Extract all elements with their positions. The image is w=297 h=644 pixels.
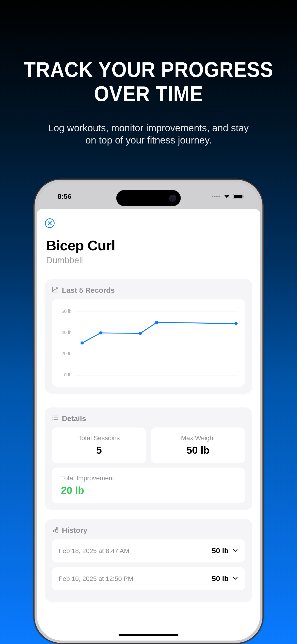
max-weight-stat: Max Weight 50 lb — [151, 428, 245, 463]
max-weight-label: Max Weight — [156, 434, 240, 442]
list-icon — [52, 414, 58, 423]
chevron-down-icon — [232, 575, 238, 582]
history-date: Feb 18, 2025 at 8:47 AM — [59, 547, 130, 555]
y-tick-0: 0 lb — [64, 372, 72, 378]
svg-point-11 — [52, 419, 54, 420]
chart-icon — [52, 286, 58, 294]
history-date: Feb 10, 2025 at 12:50 PM — [59, 575, 133, 582]
data-point — [99, 332, 102, 335]
chevron-down-icon — [232, 548, 238, 554]
close-button[interactable] — [45, 218, 54, 228]
cellular-dots-icon: •••• — [212, 194, 220, 200]
history-weight: 50 lb — [212, 574, 228, 583]
wifi-icon — [223, 194, 230, 199]
y-tick-40: 40 lb — [62, 330, 72, 335]
history-row[interactable]: Feb 18, 2025 at 8:47 AM 50 lb — [52, 539, 245, 562]
line-chart: 60 lb 40 lb 20 lb 0 lb — [52, 299, 245, 387]
y-tick-60: 60 lb — [62, 309, 72, 314]
svg-rect-1 — [234, 195, 242, 198]
total-sessions-label: Total Sessions — [56, 434, 142, 442]
history-weight: 50 lb — [212, 546, 228, 555]
phone-screen: 8:56 •••• Bicep Curl Dumbbell — [37, 182, 260, 640]
history-row[interactable]: Feb 10, 2025 at 12:50 PM 50 lb — [52, 567, 245, 590]
total-sessions-value: 5 — [56, 444, 142, 456]
details-card: Details Total Sessions 5 Max Weight 50 l… — [45, 408, 252, 510]
chart-series-line — [82, 322, 236, 343]
status-time: 8:56 — [50, 192, 71, 200]
front-camera — [169, 195, 176, 202]
details-title: Details — [62, 414, 86, 423]
records-card: Last 5 Records 60 lb 40 lb 20 lb 0 lb — [45, 279, 252, 394]
marketing-subheadline: Log workouts, monitor improvements, and … — [45, 122, 252, 146]
total-improvement-value: 20 lb — [61, 484, 240, 496]
records-title: Last 5 Records — [62, 286, 115, 294]
battery-icon — [233, 194, 244, 199]
exercise-title: Bicep Curl — [46, 237, 252, 254]
data-point — [234, 322, 238, 325]
phone-frame: 8:56 •••• Bicep Curl Dumbbell — [34, 178, 264, 644]
data-point — [80, 341, 84, 344]
svg-point-7 — [52, 416, 54, 416]
svg-point-9 — [52, 417, 54, 418]
history-card: History Feb 18, 2025 at 8:47 AM 50 lb Fe… — [45, 519, 252, 602]
total-improvement-stat: Total Improvement 20 lb — [52, 468, 245, 503]
total-improvement-label: Total Improvement — [61, 474, 240, 482]
data-point — [139, 332, 142, 335]
total-sessions-stat: Total Sessions 5 — [52, 428, 146, 463]
svg-rect-2 — [243, 196, 244, 198]
svg-rect-13 — [53, 530, 54, 532]
home-indicator[interactable] — [118, 634, 178, 636]
exercise-equipment: Dumbbell — [46, 256, 252, 265]
history-icon — [52, 526, 58, 534]
max-weight-value: 50 lb — [156, 444, 240, 456]
history-title: History — [62, 526, 87, 534]
dynamic-island — [116, 190, 181, 206]
marketing-headline: TRACK YOUR PROGRESS OVER TIME — [12, 58, 285, 106]
data-point — [155, 321, 158, 324]
app-content: Bicep Curl Dumbbell Last 5 Records 60 lb… — [37, 209, 260, 640]
y-tick-20: 20 lb — [62, 351, 72, 356]
